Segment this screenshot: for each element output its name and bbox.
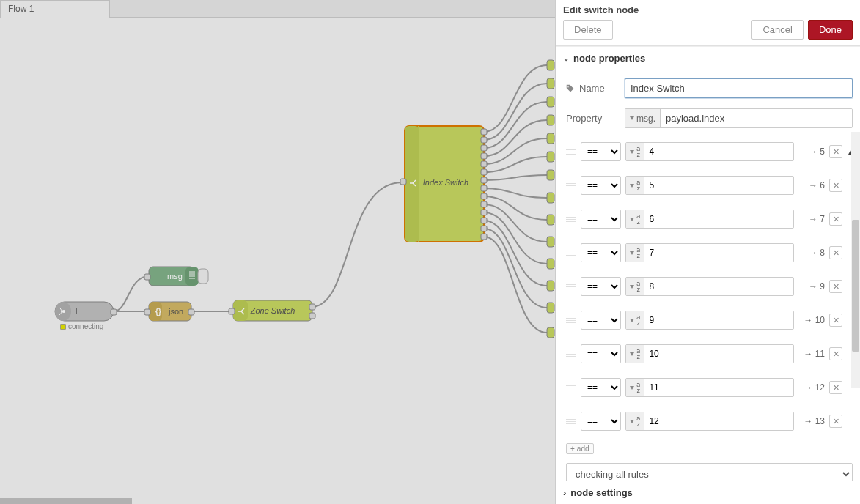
svg-rect-25	[481, 177, 487, 183]
string-type-icon: az	[636, 146, 640, 158]
node-settings-header[interactable]: › node settings	[556, 481, 860, 504]
flow-tab-bar: Flow 1	[0, 0, 555, 18]
svg-rect-54	[111, 309, 117, 315]
close-icon: ✕	[833, 349, 839, 359]
value-type-selector[interactable]: az	[626, 143, 644, 160]
node-properties-header[interactable]: ⌄ node properties	[556, 47, 860, 70]
chevron-down-icon	[630, 184, 634, 188]
close-icon: ✕	[833, 316, 839, 325]
rule-value-input[interactable]	[644, 210, 793, 228]
chevron-down-icon	[630, 386, 634, 390]
delete-rule-button[interactable]: ✕	[829, 179, 842, 192]
delete-rule-button[interactable]: ✕	[829, 280, 842, 293]
svg-rect-48	[198, 269, 208, 284]
drag-handle-icon[interactable]	[566, 147, 576, 157]
rule-operator-select[interactable]: == ▾	[581, 378, 621, 397]
drag-handle-icon[interactable]	[566, 214, 576, 224]
property-label: Property	[566, 113, 619, 124]
svg-rect-30	[481, 218, 487, 223]
rule-value-input[interactable]	[644, 177, 793, 194]
rule-operator-select[interactable]: == ▾	[581, 412, 621, 431]
svg-rect-7	[547, 193, 554, 203]
svg-rect-31	[481, 226, 487, 231]
rule-output-label: → 13	[798, 416, 825, 426]
delete-button[interactable]: Delete	[563, 20, 613, 40]
rule-operator-select[interactable]: == ▾	[581, 344, 621, 363]
string-type-icon: az	[636, 213, 640, 225]
drag-handle-icon[interactable]	[566, 248, 576, 258]
rule-row: == ▾ az → 8 ✕	[566, 240, 853, 266]
rule-operator-select[interactable]: == ▾	[581, 176, 621, 195]
add-rule-button[interactable]: + add	[566, 443, 594, 454]
rule-row: == ▾ az → 7 ✕	[566, 206, 853, 232]
rule-value-input[interactable]	[644, 143, 793, 160]
svg-rect-32	[481, 234, 487, 240]
name-input[interactable]	[625, 78, 853, 98]
rule-value-input[interactable]	[644, 278, 793, 295]
delete-rule-button[interactable]: ✕	[829, 246, 842, 259]
value-type-selector[interactable]: az	[626, 311, 644, 329]
rule-operator-select[interactable]: == ▾	[581, 311, 621, 330]
rule-operator-select[interactable]: == ▾	[581, 243, 621, 262]
svg-rect-2	[547, 97, 554, 107]
rule-value-input[interactable]	[644, 412, 793, 430]
drag-handle-icon[interactable]	[566, 180, 576, 190]
rule-row: == ▾ az → 9 ✕	[566, 273, 853, 300]
delete-rule-button[interactable]: ✕	[829, 145, 842, 158]
value-type-selector[interactable]: az	[626, 177, 644, 194]
svg-rect-3	[547, 115, 554, 125]
cancel-button[interactable]: Cancel	[751, 20, 803, 40]
rule-operator-select[interactable]: == ▾	[581, 142, 621, 161]
svg-rect-4	[547, 133, 554, 144]
value-type-selector[interactable]: az	[626, 345, 644, 363]
rule-value-input[interactable]	[644, 311, 793, 329]
rule-value-input[interactable]	[644, 244, 793, 262]
drag-handle-icon[interactable]	[566, 382, 576, 393]
drag-handle-icon[interactable]	[566, 349, 576, 359]
svg-text:{}: {}	[155, 308, 161, 316]
svg-point-52	[63, 311, 65, 313]
value-type-selector[interactable]: az	[626, 412, 644, 430]
delete-rule-button[interactable]: ✕	[829, 347, 842, 360]
close-icon: ✕	[833, 417, 839, 426]
close-icon: ✕	[833, 147, 839, 157]
value-type-selector[interactable]: az	[626, 244, 644, 262]
property-type-selector[interactable]: msg.	[625, 109, 661, 127]
value-type-selector[interactable]: az	[626, 210, 644, 228]
delete-rule-button[interactable]: ✕	[829, 381, 842, 394]
rule-output-label: → 7	[798, 214, 825, 224]
websocket-status: connecting	[60, 322, 103, 330]
delete-rule-button[interactable]: ✕	[829, 212, 842, 226]
delete-rule-button[interactable]: ✕	[829, 314, 842, 327]
rule-operator-select[interactable]: == ▾	[581, 210, 621, 229]
scroll-thumb[interactable]	[852, 220, 859, 352]
drag-handle-icon[interactable]	[566, 281, 576, 292]
flow-graph[interactable]: Index Switch	[0, 18, 555, 504]
svg-rect-1	[547, 78, 554, 89]
rule-value-input[interactable]	[644, 345, 793, 363]
rule-operator-select[interactable]: == ▾	[581, 277, 621, 296]
svg-rect-36	[229, 308, 235, 314]
chevron-down-icon	[630, 150, 634, 154]
rules-scrollbar[interactable]	[851, 132, 860, 388]
drag-handle-icon[interactable]	[566, 315, 576, 325]
svg-rect-38	[309, 313, 315, 319]
svg-rect-0	[547, 60, 554, 70]
property-input[interactable]	[661, 109, 852, 127]
flow-tab[interactable]: Flow 1	[0, 0, 110, 18]
drag-handle-icon[interactable]	[566, 416, 576, 426]
plus-icon: +	[570, 445, 575, 453]
chevron-down-icon: ⌄	[563, 54, 569, 62]
delete-rule-button[interactable]: ✕	[829, 415, 842, 428]
value-type-selector[interactable]: az	[626, 278, 644, 295]
close-icon: ✕	[833, 181, 839, 190]
done-button[interactable]: Done	[808, 20, 853, 40]
svg-rect-44	[188, 309, 194, 315]
status-bar	[0, 498, 132, 504]
chevron-right-icon: ›	[563, 487, 566, 498]
value-type-selector[interactable]: az	[626, 379, 644, 396]
svg-text:Index Switch: Index Switch	[423, 178, 468, 187]
svg-rect-6	[547, 170, 554, 180]
string-type-icon: az	[636, 348, 640, 360]
rule-value-input[interactable]	[644, 379, 793, 396]
